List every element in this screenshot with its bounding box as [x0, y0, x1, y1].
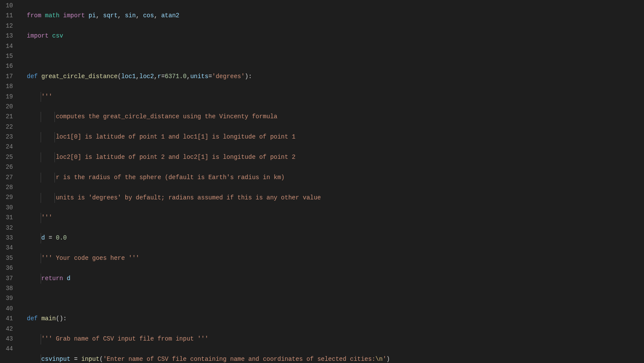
line-number: 32 [0, 223, 13, 233]
line-number: 42 [0, 324, 13, 334]
line-number: 29 [0, 193, 13, 202]
line-number: 33 [0, 233, 13, 243]
line-number: 19 [0, 92, 13, 102]
line-number: 16 [0, 61, 13, 71]
code-line: def main(): [27, 314, 561, 324]
line-number: 37 [0, 274, 13, 284]
code-line [27, 294, 561, 304]
code-line: ''' [27, 92, 561, 102]
code-line: return d [27, 274, 561, 284]
line-number: 21 [0, 112, 13, 122]
line-number: 40 [0, 304, 13, 314]
line-number: 25 [0, 152, 13, 162]
code-line [27, 51, 561, 61]
line-number: 22 [0, 122, 13, 132]
line-number: 24 [0, 142, 13, 152]
code-line: r is the radius of the sphere (default i… [27, 173, 561, 183]
line-number: 35 [0, 253, 13, 263]
line-number: 39 [0, 294, 13, 303]
line-number: 18 [0, 82, 13, 92]
line-number: 10 [0, 1, 13, 11]
line-number: 34 [0, 243, 13, 253]
line-number: 14 [0, 41, 13, 51]
line-number: 36 [0, 263, 13, 273]
line-number: 31 [0, 213, 13, 223]
line-number: 38 [0, 284, 13, 294]
code-line: ''' Your code goes here ''' [27, 253, 561, 263]
code-line: loc2[0] is latitude of point 2 and loc2[… [27, 152, 561, 162]
line-number: 12 [0, 21, 13, 31]
line-number: 13 [0, 31, 13, 41]
code-line: csvinput = input('Enter name of CSV file… [27, 354, 561, 363]
line-number: 17 [0, 72, 13, 82]
code-line: d = 0.0 [27, 233, 561, 243]
line-number: 43 [0, 334, 13, 344]
code-line: computes the great_circle_distance using… [27, 112, 561, 122]
code-line: ''' [27, 213, 561, 223]
line-number: 44 [0, 344, 13, 354]
line-number: 41 [0, 314, 13, 324]
line-number: 23 [0, 132, 13, 142]
line-number: 26 [0, 162, 13, 172]
code-editor: 1011121314151617181920212223242526272829… [0, 0, 644, 363]
line-number: 11 [0, 11, 13, 21]
code-line: ''' Grab name of CSV input file from inp… [27, 334, 561, 344]
line-number: 20 [0, 102, 13, 112]
line-number: 28 [0, 183, 13, 193]
code-line: def great_circle_distance(loc1,loc2,r=63… [27, 72, 561, 82]
code-line: loc1[0] is latitude of point 1 and loc1[… [27, 132, 561, 142]
line-number: 27 [0, 173, 13, 183]
code-content[interactable]: from math import pi, sqrt, sin, cos, ata… [21, 1, 561, 363]
code-line: from math import pi, sqrt, sin, cos, ata… [27, 11, 561, 21]
line-number: 15 [0, 51, 13, 61]
code-line: import csv [27, 31, 561, 41]
code-line: units is 'degrees' by default; radians a… [27, 193, 561, 203]
line-number: 30 [0, 203, 13, 213]
line-gutter: 1011121314151617181920212223242526272829… [0, 1, 21, 363]
